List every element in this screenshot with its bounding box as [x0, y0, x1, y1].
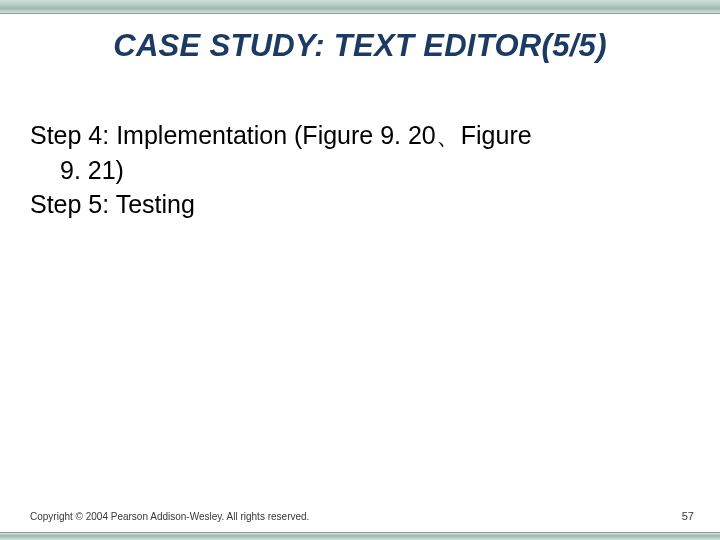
slide-title: CASE STUDY: TEXT EDITOR(5/5) [0, 28, 720, 64]
step-5-text: Step 5: Testing [30, 187, 680, 222]
step-4-line-2: 9. 21) [30, 153, 680, 188]
step-4-text: Step 4: Implementation (Figure 9. 20、Fig… [30, 118, 680, 187]
step-4-line-1: Step 4: Implementation (Figure 9. 20、Fig… [30, 121, 532, 149]
copyright-text: Copyright © 2004 Pearson Addison-Wesley.… [30, 511, 309, 522]
slide-body: Step 4: Implementation (Figure 9. 20、Fig… [30, 118, 680, 222]
top-decorative-bar [0, 0, 720, 14]
page-number: 57 [682, 510, 694, 522]
bottom-decorative-bar [0, 532, 720, 540]
